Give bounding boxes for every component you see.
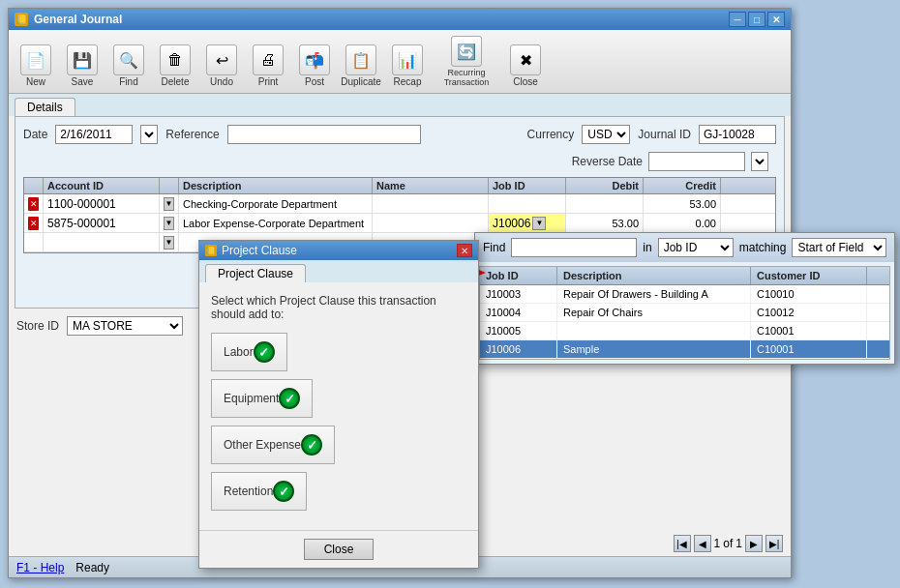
maximize-button[interactable]: □ (748, 12, 765, 27)
recap-button[interactable]: 📊 Recap (386, 43, 429, 89)
pagination-area: |◀ ◀ 1 of 1 ▶ ▶| (666, 531, 791, 556)
find-row2-job-id: J10004 (480, 304, 557, 321)
list-item[interactable]: J10003 Repair Of Drawers - Building A C1… (480, 285, 889, 304)
store-label: Store ID (16, 319, 59, 333)
in-label: in (643, 241, 651, 254)
currency-label: Currency (527, 128, 575, 141)
date-dropdown[interactable] (140, 125, 158, 144)
last-page-button[interactable]: ▶| (765, 535, 783, 552)
find-row3-customer-id: C10001 (751, 322, 867, 339)
new-icon: 📄 (20, 44, 51, 75)
delete-row2-button[interactable]: ✕ (28, 217, 39, 230)
find-field-select[interactable]: Job ID (658, 238, 734, 257)
save-button[interactable]: 💾 Save (61, 43, 104, 89)
toolbar: 📄 New 💾 Save 🔍 Find 🗑 Delete ↩ Undo 🖨 Pr… (9, 30, 791, 94)
journal-id-label: Journal ID (638, 128, 691, 141)
labor-clause-button[interactable]: Labor ✓ (211, 333, 287, 371)
dialog-close-button[interactable]: Close (304, 539, 375, 560)
find-row1-job-id: J10003 (480, 285, 557, 303)
recurring-button[interactable]: 🔄 Recurring Transaction (433, 34, 500, 89)
find-grid-header: Job ID Description Customer ID (480, 267, 889, 285)
reverse-date-input[interactable] (648, 152, 745, 171)
row3-account-id (44, 233, 160, 251)
window-title: General Journal (34, 13, 122, 26)
col-credit: Credit (644, 178, 721, 193)
first-page-button[interactable]: |◀ (674, 535, 691, 552)
table-row: ✕ 1100-000001 ▼ Checking-Corporate Depar… (24, 194, 775, 214)
list-item[interactable]: J10005 C10001 (480, 322, 889, 340)
equipment-clause-button[interactable]: Equipment ✓ (211, 379, 313, 418)
reverse-date-row: Reverse Date (23, 150, 776, 173)
tab-details[interactable]: Details (15, 98, 75, 116)
page-of: of (723, 537, 733, 550)
retention-check-icon: ✓ (273, 481, 294, 502)
find-match-select[interactable]: Start of Field (792, 238, 886, 257)
row3-account-dropdown[interactable]: ▼ (164, 236, 174, 250)
equipment-check-icon: ✓ (279, 388, 300, 409)
currency-select[interactable]: USD (582, 125, 630, 144)
delete-button[interactable]: 🗑 Delete (154, 43, 196, 89)
delete-row1-button[interactable]: ✕ (28, 197, 39, 211)
dialog-tab-clause[interactable]: Project Clause (205, 264, 306, 282)
close-button[interactable]: ✖ Close (504, 43, 547, 89)
find-row2-customer-id: C10012 (751, 304, 867, 321)
close-window-button[interactable]: ✕ (767, 12, 785, 27)
duplicate-button[interactable]: 📋 Duplicate (340, 43, 382, 89)
list-item[interactable]: J10006 Sample C10001 (480, 340, 889, 359)
row2-dd: ▼ (160, 214, 179, 232)
col-dd (160, 178, 179, 193)
find-col-job-id: Job ID (480, 267, 557, 284)
reference-input[interactable] (227, 125, 421, 144)
row2-account-dropdown[interactable]: ▼ (164, 217, 174, 230)
form-row-1: Date Reference Currency USD Journal ID (23, 125, 776, 144)
other-expense-clause-button[interactable]: Other Expense ✓ (211, 426, 335, 464)
row2-name (373, 214, 489, 232)
list-item[interactable]: J10004 Repair Of Chairs C10012 (480, 304, 889, 322)
reverse-date-label: Reverse Date (572, 155, 643, 168)
undo-button[interactable]: ↩ Undo (200, 43, 243, 89)
find-bar: Find in Job ID matching Start of Field (475, 233, 894, 262)
date-input[interactable] (55, 125, 133, 144)
minimize-button[interactable]: ─ (729, 12, 746, 27)
help-link[interactable]: F1 - Help (16, 561, 64, 574)
post-icon: 📬 (299, 44, 330, 75)
row2-job-dropdown[interactable]: ▼ (532, 217, 546, 230)
new-button[interactable]: 📄 New (15, 43, 57, 89)
row2-job-id[interactable]: J10006 ▼ (489, 214, 566, 232)
dialog-close-x-button[interactable]: ✕ (457, 244, 472, 257)
print-icon: 🖨 (253, 44, 284, 75)
store-select[interactable]: MA STORE (67, 316, 183, 336)
find-row1-customer-id: C10010 (751, 285, 867, 303)
next-page-button[interactable]: ▶ (745, 535, 763, 552)
window-controls: ─ □ ✕ (729, 12, 785, 27)
undo-icon: ↩ (206, 44, 237, 75)
page-current: 1 (714, 537, 721, 550)
row1-dd: ▼ (160, 194, 179, 213)
recap-icon: 📊 (392, 44, 423, 75)
find-button[interactable]: 🔍 Find (107, 43, 150, 89)
row1-account-dropdown[interactable]: ▼ (164, 197, 174, 211)
close-icon: ✖ (510, 44, 541, 75)
prev-page-button[interactable]: ◀ (694, 535, 711, 552)
find-row2-description: Repair Of Chairs (557, 304, 751, 321)
find-row1-description: Repair Of Drawers - Building A (557, 285, 751, 303)
row1-debit (566, 194, 644, 213)
clause-description: Select which Project Clause this transac… (211, 294, 466, 321)
reverse-date-dropdown[interactable] (751, 152, 768, 171)
post-button[interactable]: 📬 Post (293, 43, 336, 89)
find-row4-job-id: J10006 (480, 340, 557, 358)
find-input[interactable] (511, 238, 637, 257)
retention-clause-button[interactable]: Retention ✓ (211, 472, 307, 511)
find-col-description: Description (557, 267, 751, 284)
find-icon: 🔍 (113, 44, 144, 75)
row2-debit: 53.00 (566, 214, 644, 232)
col-name: Name (373, 178, 489, 193)
row3-del (24, 233, 44, 251)
project-clause-dialog: 📒 Project Clause ✕ Project Clause Select… (198, 240, 479, 569)
window-icon: 📒 (15, 13, 28, 26)
journal-id-input[interactable] (699, 125, 776, 144)
row1-account-id: 1100-000001 (44, 194, 160, 213)
print-button[interactable]: 🖨 Print (247, 43, 289, 89)
save-icon: 💾 (67, 44, 98, 75)
grid-header: Account ID Description Name Job ID Debit… (24, 178, 775, 194)
